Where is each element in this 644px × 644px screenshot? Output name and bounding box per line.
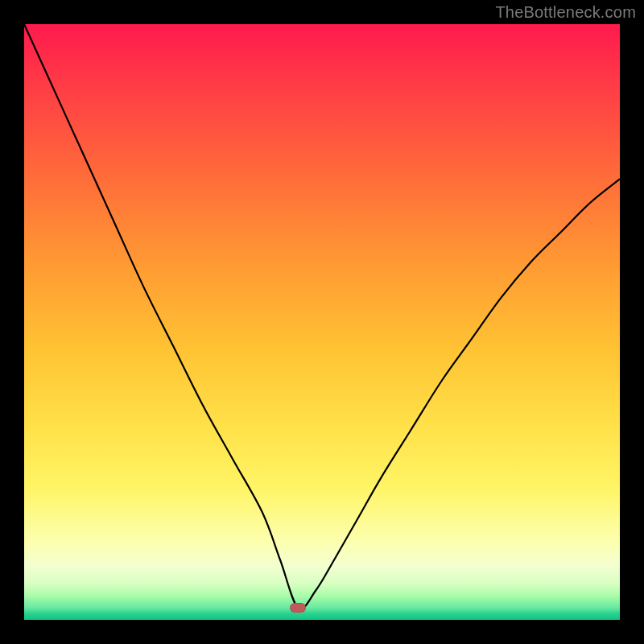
bottleneck-curve: [24, 24, 620, 620]
optimal-marker: [290, 603, 306, 613]
plot-area: [24, 24, 620, 620]
chart-frame: TheBottleneck.com: [0, 0, 644, 644]
watermark-text: TheBottleneck.com: [495, 3, 636, 22]
